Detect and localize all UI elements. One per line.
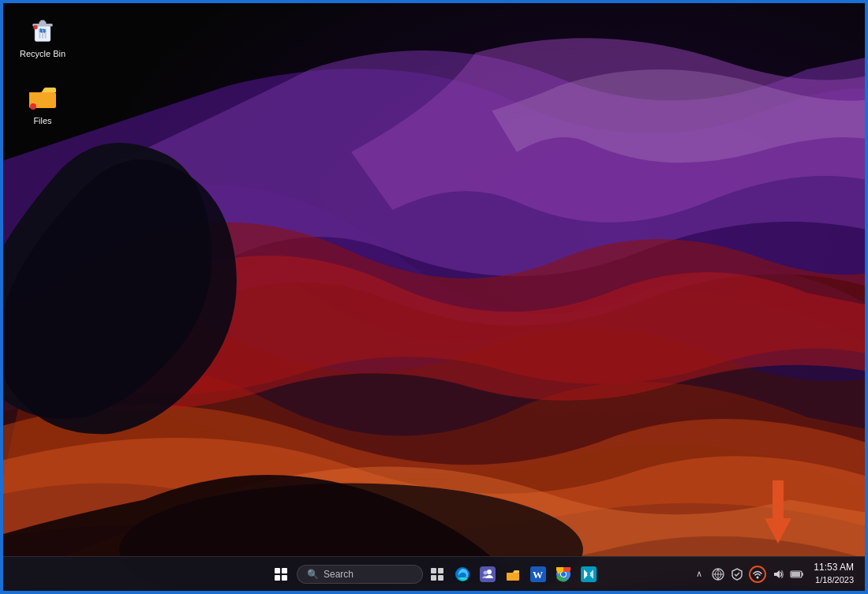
- taskbar: 🔍 Search: [3, 556, 865, 591]
- taskbar-right: ∧: [692, 559, 859, 588]
- battery-tray-icon[interactable]: [790, 567, 804, 581]
- clock-display[interactable]: 11:53 AM 1/18/2023: [809, 559, 859, 588]
- wallpaper: [3, 3, 865, 591]
- recycle-bin-image: [27, 14, 58, 46]
- svg-rect-14: [438, 568, 443, 573]
- files-folder-icon[interactable]: Files: [15, 78, 70, 129]
- svg-rect-13: [431, 568, 436, 573]
- svg-point-19: [487, 570, 492, 574]
- svg-rect-16: [438, 575, 443, 581]
- arrow-annotation: [758, 484, 798, 540]
- file-explorer-btn[interactable]: [502, 563, 524, 585]
- svg-rect-34: [791, 572, 800, 577]
- svg-rect-7: [42, 28, 43, 39]
- svg-rect-15: [431, 575, 436, 581]
- svg-marker-12: [765, 480, 791, 544]
- edge-btn[interactable]: [451, 563, 473, 585]
- files-folder-label: Files: [33, 116, 51, 126]
- svg-rect-6: [39, 28, 41, 39]
- chrome-btn[interactable]: [552, 563, 574, 585]
- windows-logo: [275, 568, 287, 581]
- svg-rect-8: [45, 28, 47, 39]
- snipping-tool-btn[interactable]: [578, 563, 600, 585]
- svg-point-20: [484, 570, 488, 574]
- search-label: Search: [324, 569, 354, 580]
- security-tray-icon[interactable]: [730, 567, 744, 581]
- svg-text:W: W: [533, 569, 543, 581]
- svg-rect-33: [802, 573, 803, 576]
- volume-tray-icon[interactable]: [771, 567, 785, 581]
- svg-rect-5: [40, 20, 44, 22]
- svg-point-10: [30, 103, 36, 110]
- recycle-bin-label: Recycle Bin: [20, 49, 65, 59]
- search-bar[interactable]: 🔍 Search: [297, 565, 423, 584]
- svg-rect-27: [587, 573, 590, 575]
- task-view-btn[interactable]: [426, 563, 448, 585]
- svg-point-25: [561, 572, 566, 577]
- desktop: Recycle Bin Files: [0, 0, 868, 594]
- svg-point-9: [33, 25, 37, 29]
- taskbar-center: 🔍 Search: [268, 562, 600, 587]
- files-folder-image: [27, 81, 58, 113]
- recycle-bin-icon[interactable]: Recycle Bin: [15, 11, 70, 62]
- word-btn[interactable]: W: [527, 563, 549, 585]
- chevron-icon: ∧: [696, 569, 702, 579]
- clock-time: 11:53 AM: [814, 561, 854, 574]
- tray-chevron[interactable]: ∧: [692, 567, 706, 581]
- network-tray-icon[interactable]: [711, 567, 725, 581]
- clock-date: 1/18/2023: [814, 574, 854, 586]
- svg-rect-18: [480, 566, 496, 582]
- teams-btn[interactable]: [477, 563, 499, 585]
- svg-point-31: [757, 576, 759, 578]
- desktop-icons: Recycle Bin Files: [15, 11, 70, 129]
- wifi-tray-icon[interactable]: [749, 566, 766, 583]
- start-button[interactable]: [268, 562, 294, 587]
- search-icon: 🔍: [307, 569, 319, 580]
